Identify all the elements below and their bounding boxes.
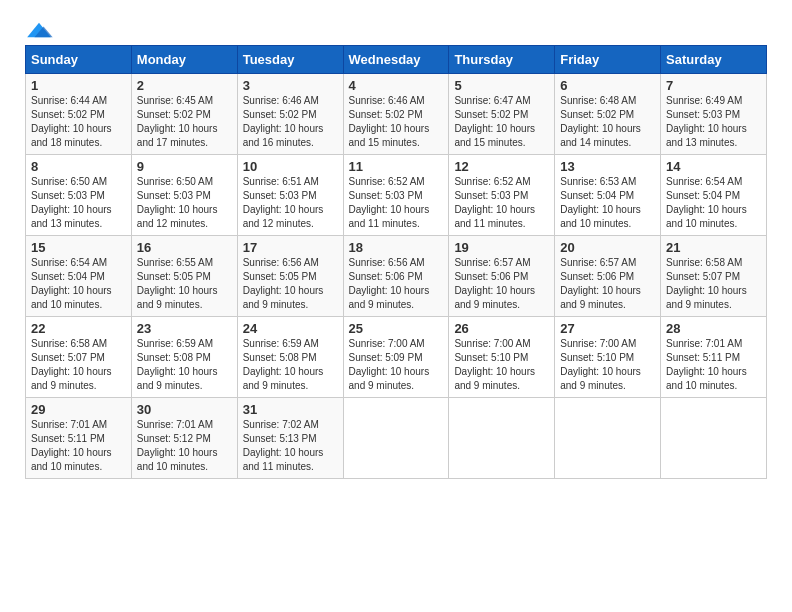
calendar-day-cell: 23Sunrise: 6:59 AMSunset: 5:08 PMDayligh… bbox=[131, 317, 237, 398]
weekday-header: Wednesday bbox=[343, 46, 449, 74]
calendar-day-cell: 27Sunrise: 7:00 AMSunset: 5:10 PMDayligh… bbox=[555, 317, 661, 398]
calendar-day-cell: 12Sunrise: 6:52 AMSunset: 5:03 PMDayligh… bbox=[449, 155, 555, 236]
calendar-day-cell: 26Sunrise: 7:00 AMSunset: 5:10 PMDayligh… bbox=[449, 317, 555, 398]
day-number: 7 bbox=[666, 78, 761, 93]
day-info: Sunrise: 6:58 AMSunset: 5:07 PMDaylight:… bbox=[31, 337, 126, 393]
calendar-day-cell: 21Sunrise: 6:58 AMSunset: 5:07 PMDayligh… bbox=[661, 236, 767, 317]
day-info: Sunrise: 6:46 AMSunset: 5:02 PMDaylight:… bbox=[349, 94, 444, 150]
calendar-day-cell: 7Sunrise: 6:49 AMSunset: 5:03 PMDaylight… bbox=[661, 74, 767, 155]
calendar-week-row: 22Sunrise: 6:58 AMSunset: 5:07 PMDayligh… bbox=[26, 317, 767, 398]
calendar-week-row: 15Sunrise: 6:54 AMSunset: 5:04 PMDayligh… bbox=[26, 236, 767, 317]
calendar-day-cell: 15Sunrise: 6:54 AMSunset: 5:04 PMDayligh… bbox=[26, 236, 132, 317]
day-info: Sunrise: 7:01 AMSunset: 5:11 PMDaylight:… bbox=[666, 337, 761, 393]
day-info: Sunrise: 6:56 AMSunset: 5:05 PMDaylight:… bbox=[243, 256, 338, 312]
day-info: Sunrise: 6:50 AMSunset: 5:03 PMDaylight:… bbox=[31, 175, 126, 231]
weekday-header: Friday bbox=[555, 46, 661, 74]
logo bbox=[25, 20, 57, 41]
day-number: 8 bbox=[31, 159, 126, 174]
day-info: Sunrise: 7:01 AMSunset: 5:11 PMDaylight:… bbox=[31, 418, 126, 474]
day-info: Sunrise: 7:02 AMSunset: 5:13 PMDaylight:… bbox=[243, 418, 338, 474]
calendar-day-cell: 3Sunrise: 6:46 AMSunset: 5:02 PMDaylight… bbox=[237, 74, 343, 155]
day-number: 17 bbox=[243, 240, 338, 255]
day-number: 6 bbox=[560, 78, 655, 93]
day-number: 4 bbox=[349, 78, 444, 93]
calendar-day-cell: 9Sunrise: 6:50 AMSunset: 5:03 PMDaylight… bbox=[131, 155, 237, 236]
day-info: Sunrise: 6:57 AMSunset: 5:06 PMDaylight:… bbox=[560, 256, 655, 312]
day-number: 19 bbox=[454, 240, 549, 255]
day-number: 5 bbox=[454, 78, 549, 93]
calendar-day-cell: 19Sunrise: 6:57 AMSunset: 5:06 PMDayligh… bbox=[449, 236, 555, 317]
calendar-day-cell: 5Sunrise: 6:47 AMSunset: 5:02 PMDaylight… bbox=[449, 74, 555, 155]
weekday-header: Monday bbox=[131, 46, 237, 74]
day-info: Sunrise: 6:59 AMSunset: 5:08 PMDaylight:… bbox=[137, 337, 232, 393]
day-info: Sunrise: 6:56 AMSunset: 5:06 PMDaylight:… bbox=[349, 256, 444, 312]
calendar-week-row: 1Sunrise: 6:44 AMSunset: 5:02 PMDaylight… bbox=[26, 74, 767, 155]
calendar-day-cell: 13Sunrise: 6:53 AMSunset: 5:04 PMDayligh… bbox=[555, 155, 661, 236]
day-info: Sunrise: 7:01 AMSunset: 5:12 PMDaylight:… bbox=[137, 418, 232, 474]
weekday-header: Saturday bbox=[661, 46, 767, 74]
day-number: 28 bbox=[666, 321, 761, 336]
day-info: Sunrise: 7:00 AMSunset: 5:10 PMDaylight:… bbox=[560, 337, 655, 393]
day-number: 21 bbox=[666, 240, 761, 255]
day-number: 16 bbox=[137, 240, 232, 255]
day-info: Sunrise: 7:00 AMSunset: 5:10 PMDaylight:… bbox=[454, 337, 549, 393]
day-number: 1 bbox=[31, 78, 126, 93]
day-info: Sunrise: 6:58 AMSunset: 5:07 PMDaylight:… bbox=[666, 256, 761, 312]
day-info: Sunrise: 6:54 AMSunset: 5:04 PMDaylight:… bbox=[31, 256, 126, 312]
day-info: Sunrise: 6:51 AMSunset: 5:03 PMDaylight:… bbox=[243, 175, 338, 231]
day-info: Sunrise: 6:54 AMSunset: 5:04 PMDaylight:… bbox=[666, 175, 761, 231]
weekday-header: Thursday bbox=[449, 46, 555, 74]
day-info: Sunrise: 6:52 AMSunset: 5:03 PMDaylight:… bbox=[349, 175, 444, 231]
calendar-day-cell: 31Sunrise: 7:02 AMSunset: 5:13 PMDayligh… bbox=[237, 398, 343, 479]
day-info: Sunrise: 6:48 AMSunset: 5:02 PMDaylight:… bbox=[560, 94, 655, 150]
day-number: 26 bbox=[454, 321, 549, 336]
day-number: 15 bbox=[31, 240, 126, 255]
calendar-day-cell bbox=[343, 398, 449, 479]
day-info: Sunrise: 6:49 AMSunset: 5:03 PMDaylight:… bbox=[666, 94, 761, 150]
day-number: 25 bbox=[349, 321, 444, 336]
day-number: 31 bbox=[243, 402, 338, 417]
calendar-day-cell: 11Sunrise: 6:52 AMSunset: 5:03 PMDayligh… bbox=[343, 155, 449, 236]
calendar-week-row: 29Sunrise: 7:01 AMSunset: 5:11 PMDayligh… bbox=[26, 398, 767, 479]
calendar-day-cell: 14Sunrise: 6:54 AMSunset: 5:04 PMDayligh… bbox=[661, 155, 767, 236]
day-info: Sunrise: 6:46 AMSunset: 5:02 PMDaylight:… bbox=[243, 94, 338, 150]
calendar-day-cell: 2Sunrise: 6:45 AMSunset: 5:02 PMDaylight… bbox=[131, 74, 237, 155]
calendar-day-cell: 8Sunrise: 6:50 AMSunset: 5:03 PMDaylight… bbox=[26, 155, 132, 236]
header bbox=[25, 20, 767, 41]
calendar-day-cell: 22Sunrise: 6:58 AMSunset: 5:07 PMDayligh… bbox=[26, 317, 132, 398]
calendar-day-cell: 25Sunrise: 7:00 AMSunset: 5:09 PMDayligh… bbox=[343, 317, 449, 398]
calendar-day-cell: 30Sunrise: 7:01 AMSunset: 5:12 PMDayligh… bbox=[131, 398, 237, 479]
day-number: 12 bbox=[454, 159, 549, 174]
calendar-table: SundayMondayTuesdayWednesdayThursdayFrid… bbox=[25, 45, 767, 479]
day-number: 30 bbox=[137, 402, 232, 417]
calendar-day-cell: 29Sunrise: 7:01 AMSunset: 5:11 PMDayligh… bbox=[26, 398, 132, 479]
day-info: Sunrise: 6:57 AMSunset: 5:06 PMDaylight:… bbox=[454, 256, 549, 312]
day-number: 14 bbox=[666, 159, 761, 174]
day-number: 18 bbox=[349, 240, 444, 255]
calendar-day-cell: 20Sunrise: 6:57 AMSunset: 5:06 PMDayligh… bbox=[555, 236, 661, 317]
calendar-day-cell: 10Sunrise: 6:51 AMSunset: 5:03 PMDayligh… bbox=[237, 155, 343, 236]
day-info: Sunrise: 6:53 AMSunset: 5:04 PMDaylight:… bbox=[560, 175, 655, 231]
day-number: 27 bbox=[560, 321, 655, 336]
calendar-day-cell: 24Sunrise: 6:59 AMSunset: 5:08 PMDayligh… bbox=[237, 317, 343, 398]
day-number: 13 bbox=[560, 159, 655, 174]
header-row: SundayMondayTuesdayWednesdayThursdayFrid… bbox=[26, 46, 767, 74]
calendar-day-cell: 4Sunrise: 6:46 AMSunset: 5:02 PMDaylight… bbox=[343, 74, 449, 155]
weekday-header: Tuesday bbox=[237, 46, 343, 74]
calendar-day-cell: 17Sunrise: 6:56 AMSunset: 5:05 PMDayligh… bbox=[237, 236, 343, 317]
calendar-day-cell bbox=[449, 398, 555, 479]
day-info: Sunrise: 6:44 AMSunset: 5:02 PMDaylight:… bbox=[31, 94, 126, 150]
calendar-day-cell: 16Sunrise: 6:55 AMSunset: 5:05 PMDayligh… bbox=[131, 236, 237, 317]
day-number: 24 bbox=[243, 321, 338, 336]
day-number: 2 bbox=[137, 78, 232, 93]
day-info: Sunrise: 6:47 AMSunset: 5:02 PMDaylight:… bbox=[454, 94, 549, 150]
day-number: 11 bbox=[349, 159, 444, 174]
weekday-header: Sunday bbox=[26, 46, 132, 74]
calendar-day-cell bbox=[661, 398, 767, 479]
day-number: 3 bbox=[243, 78, 338, 93]
calendar-day-cell: 28Sunrise: 7:01 AMSunset: 5:11 PMDayligh… bbox=[661, 317, 767, 398]
calendar-week-row: 8Sunrise: 6:50 AMSunset: 5:03 PMDaylight… bbox=[26, 155, 767, 236]
day-number: 10 bbox=[243, 159, 338, 174]
day-number: 9 bbox=[137, 159, 232, 174]
calendar-day-cell bbox=[555, 398, 661, 479]
